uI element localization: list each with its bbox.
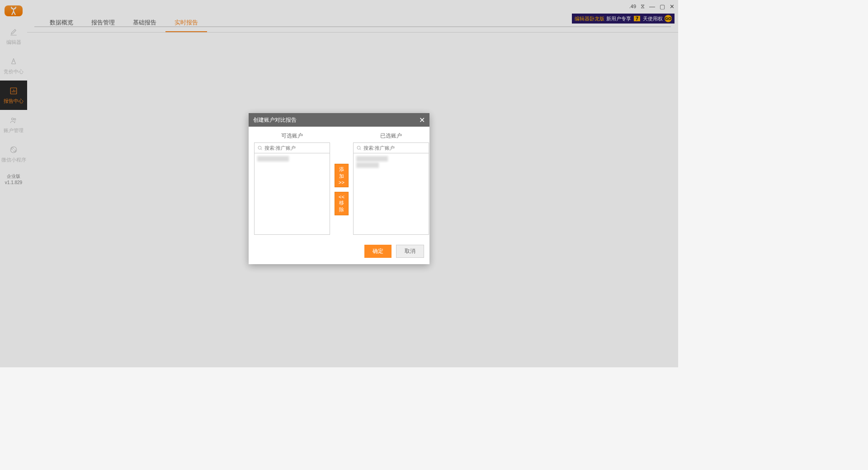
available-search-box <box>254 142 330 153</box>
list-item[interactable] <box>356 156 388 161</box>
create-compare-modal: 创建账户对比报告 ✕ 可选账户 添加>> <<移除 已选账户 <box>249 113 429 264</box>
add-button[interactable]: 添加>> <box>335 164 349 187</box>
list-item[interactable] <box>356 162 379 168</box>
available-title: 可选账户 <box>254 132 330 140</box>
search-icon <box>356 145 362 151</box>
modal-title: 创建账户对比报告 <box>253 116 297 124</box>
selected-accounts-column: 已选账户 <box>353 132 429 235</box>
available-accounts-column: 可选账户 <box>254 132 330 235</box>
modal-close-button[interactable]: ✕ <box>419 116 425 124</box>
modal-footer: 确定 取消 <box>249 240 429 264</box>
transfer-buttons: 添加>> <<移除 <box>335 164 349 215</box>
available-list[interactable] <box>254 153 330 235</box>
ok-button[interactable]: 确定 <box>364 245 392 258</box>
search-icon <box>257 145 263 151</box>
cancel-button[interactable]: 取消 <box>396 245 424 258</box>
selected-search-input[interactable] <box>363 145 426 151</box>
modal-header: 创建账户对比报告 ✕ <box>249 113 429 127</box>
svg-point-6 <box>258 146 261 149</box>
selected-search-box <box>353 142 429 153</box>
svg-point-7 <box>357 146 360 149</box>
remove-button[interactable]: <<移除 <box>335 192 349 215</box>
selected-title: 已选账户 <box>353 132 429 140</box>
list-item[interactable] <box>257 156 289 161</box>
available-search-input[interactable] <box>264 145 327 151</box>
selected-list[interactable] <box>353 153 429 235</box>
